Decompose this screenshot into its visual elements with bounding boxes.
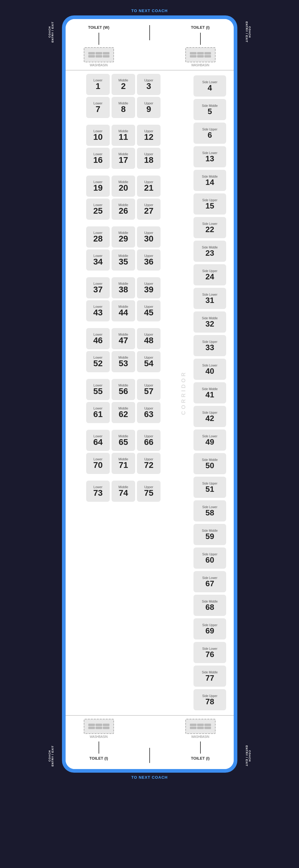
side-berth-41[interactable]: Side Middle 41 bbox=[194, 382, 226, 403]
washbasin-right bbox=[185, 47, 215, 62]
berth-middle-53[interactable]: Middle 53 bbox=[111, 351, 135, 372]
berth-upper-57[interactable]: Upper 57 bbox=[137, 379, 161, 400]
berth-upper-9[interactable]: Upper 9 bbox=[137, 97, 161, 118]
berth-lower-16[interactable]: Lower 16 bbox=[86, 148, 110, 169]
berth-lower-10[interactable]: Lower 10 bbox=[86, 125, 110, 146]
berth-upper-72[interactable]: Upper 72 bbox=[137, 453, 161, 474]
washbasin-right-label: WASHBASIN bbox=[176, 64, 225, 67]
berth-middle-38[interactable]: Middle 38 bbox=[111, 277, 135, 299]
side-berth-32[interactable]: Side Middle 32 bbox=[194, 311, 226, 333]
berth-upper-36[interactable]: Upper 36 bbox=[137, 249, 161, 271]
berth-middle-65[interactable]: Middle 65 bbox=[111, 430, 135, 451]
row-46: Lower 46 Middle 47 Upper 48 bbox=[86, 328, 161, 349]
berth-middle-29[interactable]: Middle 29 bbox=[111, 226, 135, 248]
berth-middle-20[interactable]: Middle 20 bbox=[111, 176, 135, 197]
row-10: Lower 10 Middle 11 Upper 12 bbox=[86, 125, 161, 146]
berth-lower-1[interactable]: Lower 1 bbox=[86, 74, 110, 95]
side-berth-22[interactable]: Side Lower 22 bbox=[194, 217, 226, 238]
washbasin-left bbox=[84, 47, 114, 62]
berth-lower-55[interactable]: Lower 55 bbox=[86, 379, 110, 400]
berth-middle-62[interactable]: Middle 62 bbox=[111, 402, 135, 423]
berth-upper-66[interactable]: Upper 66 bbox=[137, 430, 161, 451]
toilet-w-block: TOILET (W) bbox=[75, 25, 123, 67]
corridor-label: CORRIDOR bbox=[180, 371, 187, 415]
berth-middle-17[interactable]: Middle 17 bbox=[111, 148, 135, 169]
berth-lower-52[interactable]: Lower 52 bbox=[86, 351, 110, 372]
berth-lower-28[interactable]: Lower 28 bbox=[86, 226, 110, 248]
side-berth-5[interactable]: Side Middle 5 bbox=[194, 99, 226, 120]
side-berth-69[interactable]: Side Upper 69 bbox=[194, 618, 226, 640]
door-line-bottom-left bbox=[99, 742, 99, 753]
row-28: Lower 28 Middle 29 Upper 30 bbox=[86, 226, 161, 248]
berth-upper-27[interactable]: Upper 27 bbox=[137, 198, 161, 220]
side-berth-4[interactable]: Side Lower 4 bbox=[194, 75, 226, 97]
side-berth-40[interactable]: Side Lower 40 bbox=[194, 359, 226, 380]
side-berth-42[interactable]: Side Upper 42 bbox=[194, 406, 226, 427]
side-berth-6[interactable]: Side Upper 6 bbox=[194, 123, 226, 144]
berth-lower-34[interactable]: Lower 34 bbox=[86, 249, 110, 271]
toilet-i-label-top: TOILET (I) bbox=[176, 25, 225, 30]
side-berth-60[interactable]: Side Upper 60 bbox=[194, 548, 226, 569]
berth-lower-43[interactable]: Lower 43 bbox=[86, 300, 110, 321]
side-berth-78[interactable]: Side Upper 78 bbox=[194, 689, 226, 710]
berth-upper-12[interactable]: Upper 12 bbox=[137, 125, 161, 146]
berth-upper-18[interactable]: Upper 18 bbox=[137, 148, 161, 169]
berth-middle-56[interactable]: Middle 56 bbox=[111, 379, 135, 400]
berth-middle-47[interactable]: Middle 47 bbox=[111, 328, 135, 349]
berth-middle-44[interactable]: Middle 44 bbox=[111, 300, 135, 321]
berth-middle-2[interactable]: Middle 2 bbox=[111, 74, 135, 95]
side-berth-77[interactable]: Side Middle 77 bbox=[194, 665, 226, 687]
berth-middle-74[interactable]: Middle 74 bbox=[111, 480, 135, 502]
berth-lower-7[interactable]: Lower 7 bbox=[86, 97, 110, 118]
berth-upper-3[interactable]: Upper 3 bbox=[137, 74, 161, 95]
berth-lower-19[interactable]: Lower 19 bbox=[86, 176, 110, 197]
side-berth-14[interactable]: Side Middle 14 bbox=[194, 170, 226, 191]
toilet-i-bottom-left-label: TOILET (I) bbox=[75, 756, 123, 761]
side-berths-col: Side Lower 4 Side Middle 5 Side Upper 6 bbox=[191, 73, 229, 713]
side-berth-15[interactable]: Side Upper 15 bbox=[194, 193, 226, 215]
berth-upper-21[interactable]: Upper 21 bbox=[137, 176, 161, 197]
berth-upper-30[interactable]: Upper 30 bbox=[137, 226, 161, 248]
row-7: Lower 7 Middle 8 Upper 9 bbox=[86, 97, 161, 118]
side-berth-33[interactable]: Side Upper 33 bbox=[194, 335, 226, 356]
left-entry-bottom: COACHENTRY / EXIT bbox=[47, 739, 55, 773]
berth-upper-54[interactable]: Upper 54 bbox=[137, 351, 161, 372]
berth-middle-11[interactable]: Middle 11 bbox=[111, 125, 135, 146]
side-berth-24[interactable]: Side Upper 24 bbox=[194, 264, 226, 285]
side-berth-68[interactable]: Side Middle 68 bbox=[194, 595, 226, 616]
berth-lower-73[interactable]: Lower 73 bbox=[86, 480, 110, 502]
berth-upper-75[interactable]: Upper 75 bbox=[137, 480, 161, 502]
coach-outer: TOILET (W) bbox=[62, 16, 237, 773]
berth-lower-25[interactable]: Lower 25 bbox=[86, 198, 110, 220]
berth-middle-71[interactable]: Middle 71 bbox=[111, 453, 135, 474]
side-berth-76[interactable]: Side Lower 76 bbox=[194, 642, 226, 663]
side-berth-51[interactable]: Side Upper 51 bbox=[194, 477, 226, 498]
side-berth-58[interactable]: Side Lower 58 bbox=[194, 500, 226, 522]
berth-lower-61[interactable]: Lower 61 bbox=[86, 402, 110, 423]
bottom-next-coach-label: TO NEXT COACH bbox=[131, 775, 167, 780]
row-64: Lower 64 Middle 65 Upper 66 bbox=[86, 430, 161, 451]
berth-upper-45[interactable]: Upper 45 bbox=[137, 300, 161, 321]
berth-lower-70[interactable]: Lower 70 bbox=[86, 453, 110, 474]
side-berth-49[interactable]: Side Lower 49 bbox=[194, 430, 226, 451]
door-line-bottom-right bbox=[200, 742, 201, 753]
side-berth-59[interactable]: Side Middle 59 bbox=[194, 524, 226, 545]
side-berth-23[interactable]: Side Middle 23 bbox=[194, 241, 226, 262]
berth-upper-48[interactable]: Upper 48 bbox=[137, 328, 161, 349]
berth-upper-39[interactable]: Upper 39 bbox=[137, 277, 161, 299]
row-73: Lower 73 Middle 74 Upper 75 bbox=[86, 480, 161, 502]
berth-upper-63[interactable]: Upper 63 bbox=[137, 402, 161, 423]
side-berth-67[interactable]: Side Lower 67 bbox=[194, 571, 226, 592]
side-berth-13[interactable]: Side Lower 13 bbox=[194, 146, 226, 167]
door-line-left bbox=[99, 33, 99, 45]
berth-middle-8[interactable]: Middle 8 bbox=[111, 97, 135, 118]
berth-lower-37[interactable]: Lower 37 bbox=[86, 277, 110, 299]
washbasin-bottom-left bbox=[84, 719, 114, 734]
side-berth-50[interactable]: Side Middle 50 bbox=[194, 453, 226, 474]
side-berth-31[interactable]: Side Lower 31 bbox=[194, 288, 226, 309]
berth-middle-35[interactable]: Middle 35 bbox=[111, 249, 135, 271]
berth-lower-46[interactable]: Lower 46 bbox=[86, 328, 110, 349]
row-34: Lower 34 Middle 35 Upper 36 bbox=[86, 249, 161, 271]
berth-middle-26[interactable]: Middle 26 bbox=[111, 198, 135, 220]
berth-lower-64[interactable]: Lower 64 bbox=[86, 430, 110, 451]
